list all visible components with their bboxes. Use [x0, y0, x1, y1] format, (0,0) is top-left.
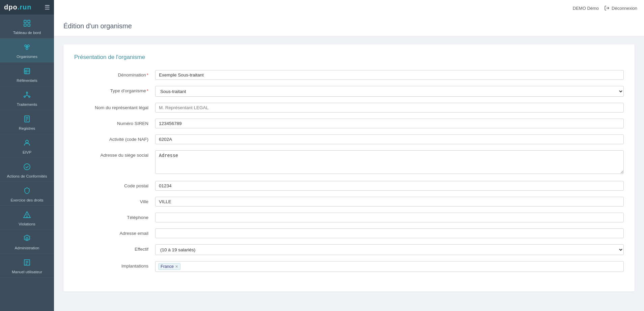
treat-icon: [23, 91, 31, 101]
telephone-label: Téléphone: [74, 213, 155, 220]
svg-rect-2: [24, 24, 26, 26]
sidebar: dpo.run ☰ Tableau de bord Organism: [0, 0, 54, 311]
naf-input[interactable]: [155, 134, 624, 144]
sidebar-item-label: Tableau de bord: [13, 31, 41, 35]
siren-row: Numéro SIREN: [74, 119, 624, 128]
representant-field: [155, 103, 624, 113]
telephone-field: [155, 213, 624, 222]
ville-input[interactable]: [155, 197, 624, 207]
naf-row: Activité (code NAF): [74, 134, 624, 144]
effectif-row: Effectif (10 à 19 salariés) 1 à 9 salari…: [74, 244, 624, 255]
logout-label: Déconnexion: [612, 6, 637, 11]
org-icon: [23, 43, 31, 53]
sidebar-item-label: Administration: [15, 246, 39, 250]
naf-field: [155, 134, 624, 144]
sidebar-item-manuel-utilisateur[interactable]: Manuel utilisateur: [0, 254, 54, 278]
adresse-label: Adresse du siège social: [74, 150, 155, 158]
representant-input[interactable]: [155, 103, 624, 113]
implantations-label: Implantations: [74, 261, 155, 269]
sidebar-item-violations[interactable]: Violations: [0, 206, 54, 230]
denomination-input[interactable]: [155, 70, 624, 80]
logout-icon: [604, 5, 610, 11]
sidebar-item-label: Manuel utilisateur: [12, 270, 42, 274]
svg-point-22: [26, 140, 28, 143]
implantations-field: France ✕: [155, 261, 624, 272]
sidebar-item-actions-conformites[interactable]: Actions de Conformités: [0, 158, 54, 182]
naf-label: Activité (code NAF): [74, 134, 155, 142]
sidebar-item-referentiels[interactable]: Référentiels: [0, 62, 54, 86]
code-postal-label: Code postal: [74, 181, 155, 188]
sidebar-item-traitements[interactable]: Traitements: [0, 86, 54, 110]
dashboard-icon: [23, 19, 31, 29]
ville-row: Ville: [74, 197, 624, 207]
sidebar-item-administration[interactable]: Administration: [0, 230, 54, 254]
type-organisme-select[interactable]: Sous-traitant Responsable de traitement …: [155, 86, 624, 97]
adresse-row: Adresse du siège social Adresse: [74, 150, 624, 175]
telephone-row: Téléphone: [74, 213, 624, 222]
svg-rect-0: [24, 20, 26, 23]
implantations-tag-container[interactable]: France ✕: [155, 261, 624, 272]
denomination-label: Dénomination*: [74, 70, 155, 77]
denomination-field: [155, 70, 624, 80]
type-organisme-label: Type d'organisme*: [74, 86, 155, 93]
representant-label: Nom du représentant légal: [74, 103, 155, 110]
email-field: [155, 228, 624, 238]
sidebar-header: dpo.run ☰: [0, 0, 54, 14]
telephone-input[interactable]: [155, 213, 624, 222]
sidebar-item-label: Traitements: [17, 102, 37, 106]
content-area: Édition d'un organisme Présentation de l…: [54, 16, 644, 311]
svg-rect-9: [24, 68, 30, 74]
user-info: DEMO Démo Déconnexion: [573, 5, 637, 11]
siren-field: [155, 119, 624, 128]
svg-rect-3: [28, 24, 30, 26]
sidebar-item-tableau-de-bord[interactable]: Tableau de bord: [0, 14, 54, 38]
svg-point-25: [27, 216, 27, 217]
warn-icon: [23, 211, 31, 221]
section-title: Présentation de l'organisme: [74, 54, 624, 61]
adresse-textarea[interactable]: Adresse: [155, 150, 624, 174]
form-container: Présentation de l'organisme Dénomination…: [63, 44, 635, 291]
sidebar-item-organismes[interactable]: Organismes: [0, 38, 54, 62]
admin-icon: [23, 235, 31, 245]
page-header: Édition d'un organisme: [54, 16, 644, 36]
svg-point-26: [26, 238, 28, 240]
user-name: DEMO Démo: [573, 6, 599, 11]
sidebar-item-label: Actions de Conformités: [7, 174, 47, 178]
siren-input[interactable]: [155, 119, 624, 128]
email-row: Adresse email: [74, 228, 624, 238]
rights-icon: [23, 187, 31, 197]
representant-row: Nom du représentant légal: [74, 103, 624, 113]
ref-icon: [23, 67, 31, 77]
code-postal-row: Code postal: [74, 181, 624, 191]
implantations-row: Implantations France ✕: [74, 261, 624, 272]
effectif-select[interactable]: (10 à 19 salariés) 1 à 9 salariés 20 à 4…: [155, 244, 624, 255]
svg-line-18: [27, 95, 29, 96]
tag-label: France: [161, 264, 174, 269]
email-input[interactable]: [155, 228, 624, 238]
manual-icon: [23, 258, 31, 269]
svg-point-5: [27, 45, 29, 47]
code-postal-field: [155, 181, 624, 191]
sidebar-item-registres[interactable]: Registres: [0, 110, 54, 134]
siren-label: Numéro SIREN: [74, 119, 155, 126]
implantations-tag-france: France ✕: [158, 263, 180, 270]
sidebar-item-label: Registres: [19, 126, 35, 130]
ville-label: Ville: [74, 197, 155, 204]
email-label: Adresse email: [74, 228, 155, 236]
svg-point-6: [26, 48, 28, 50]
logout-button[interactable]: Déconnexion: [604, 5, 637, 11]
svg-point-4: [25, 45, 27, 47]
adresse-field: Adresse: [155, 150, 624, 175]
sidebar-item-eivp[interactable]: EIVP: [0, 134, 54, 158]
svg-point-13: [26, 92, 28, 93]
page-title: Édition d'un organisme: [63, 22, 635, 30]
eivp-icon: [23, 139, 31, 149]
svg-line-17: [25, 95, 27, 96]
sidebar-item-label: Exercice des droits: [10, 198, 43, 202]
ville-field: [155, 197, 624, 207]
hamburger-icon[interactable]: ☰: [45, 4, 50, 11]
code-postal-input[interactable]: [155, 181, 624, 191]
sidebar-item-exercice-droits[interactable]: Exercice des droits: [0, 182, 54, 206]
logo[interactable]: dpo.run: [4, 3, 31, 11]
remove-tag-france-button[interactable]: ✕: [175, 265, 178, 269]
